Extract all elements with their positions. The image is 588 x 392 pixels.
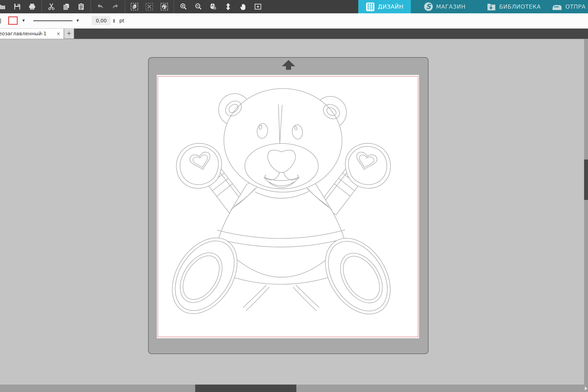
delete-button[interactable] (144, 1, 155, 12)
paste-button[interactable] (75, 1, 87, 12)
fit-page-button[interactable] (252, 1, 264, 12)
cut-button[interactable] (46, 1, 57, 12)
trace-palette-icon (160, 3, 168, 10)
trace-button[interactable] (158, 1, 170, 12)
save-button[interactable] (11, 1, 23, 12)
redo-button[interactable] (109, 1, 121, 12)
fit-page-icon (254, 3, 262, 10)
copy-icon (62, 3, 70, 10)
print-button[interactable] (26, 1, 38, 12)
duplicate-button[interactable] (128, 1, 140, 12)
line-width-stepper[interactable]: ▲ ▼ (113, 18, 115, 23)
tab-store-label: МАГАЗИН (436, 4, 466, 10)
vertical-scrollbar-thumb[interactable] (584, 160, 588, 200)
pan-button[interactable] (237, 1, 249, 12)
delete-selection-icon (146, 3, 153, 10)
horizontal-scrollbar[interactable] (0, 384, 584, 392)
mouse-zoom-icon (209, 3, 217, 10)
line-color-dropdown-arrow-icon[interactable]: ▼ (22, 19, 25, 22)
line-style-sample[interactable] (33, 20, 72, 21)
toolbar-separator (174, 0, 174, 13)
svg-text:S: S (426, 2, 431, 10)
paste-icon (77, 3, 85, 10)
scrollbar-corner[interactable] (584, 384, 588, 392)
vertical-scrollbar[interactable] (584, 39, 588, 384)
main-nav: ДИЗАЙН S МАГАЗИН БИБЛИОТЕКА ОТПРА (358, 0, 588, 13)
line-width-input[interactable] (92, 16, 111, 25)
store-logo-icon: S (424, 2, 433, 11)
mouse-zoom-button[interactable] (207, 1, 219, 12)
line-width-unit-label: pt (119, 18, 124, 24)
design-canvas[interactable] (0, 39, 588, 392)
copy-button[interactable] (60, 1, 72, 12)
cutter-machine-icon (552, 2, 562, 11)
teddy-bear-artwork[interactable] (156, 75, 419, 338)
main-toolbar: ДИЗАЙН S МАГАЗИН БИБЛИОТЕКА ОТПРА (0, 0, 588, 13)
tab-send[interactable]: ОТПРА (550, 0, 588, 13)
zoom-in-icon (180, 3, 188, 10)
tab-library-label: БИБЛИОТЕКА (499, 4, 541, 10)
pan-hand-icon (239, 3, 247, 10)
drag-zoom-icon (224, 3, 232, 10)
scroll-right-arrow-icon (585, 386, 587, 390)
tab-store[interactable]: S МАГАЗИН (411, 0, 478, 13)
redo-icon (111, 3, 119, 10)
stepper-down-icon[interactable]: ▼ (113, 21, 115, 23)
close-tab-icon[interactable]: × (56, 31, 60, 36)
new-tab-button[interactable]: + (64, 28, 74, 39)
design-page[interactable] (156, 74, 420, 338)
tab-design-label: ДИЗАЙН (378, 4, 404, 10)
tab-send-label: ОТПРА (565, 4, 586, 10)
tab-design[interactable]: ДИЗАЙН (358, 0, 411, 13)
save-icon (13, 3, 21, 10)
toolbar-separator (90, 0, 91, 13)
document-tab-title: еозаглавленный-1 (0, 31, 46, 37)
toolbar-separator (42, 0, 42, 13)
undo-button[interactable] (94, 1, 106, 12)
zoom-in-button[interactable] (178, 1, 189, 12)
library-folder-icon (487, 2, 496, 11)
mat-direction-arrow-stem (286, 66, 291, 70)
line-style-toolbar: ▼ ▼ ▲ ▼ pt (0, 13, 588, 28)
drag-zoom-button[interactable] (222, 1, 234, 12)
toolbar-icon-group (0, 0, 266, 13)
open-icon (0, 3, 6, 10)
scissors-icon (48, 3, 55, 10)
print-icon (28, 3, 36, 10)
toolbar-separator (125, 0, 125, 13)
tab-library[interactable]: БИБЛИОТЕКА (478, 0, 550, 13)
open-button[interactable] (0, 1, 8, 12)
line-color-swatch[interactable] (8, 17, 18, 25)
zoom-out-button[interactable] (192, 1, 204, 12)
line-style-dropdown-arrow-icon[interactable]: ▼ (76, 19, 79, 22)
zoom-out-icon (194, 3, 202, 10)
duplicate-selection-icon (130, 3, 138, 10)
document-tab-strip: еозаглавленный-1 × + (0, 28, 588, 39)
app-window: ДИЗАЙН S МАГАЗИН БИБЛИОТЕКА ОТПРА ▼ ▼ ▲ (0, 0, 588, 392)
undo-icon (96, 3, 104, 10)
document-tab-active[interactable]: еозаглавленный-1 × (0, 28, 64, 39)
horizontal-scrollbar-thumb[interactable] (195, 384, 296, 392)
mat-direction-arrow-icon (282, 60, 295, 66)
clipped-control (0, 18, 1, 24)
design-grid-icon (366, 2, 375, 11)
